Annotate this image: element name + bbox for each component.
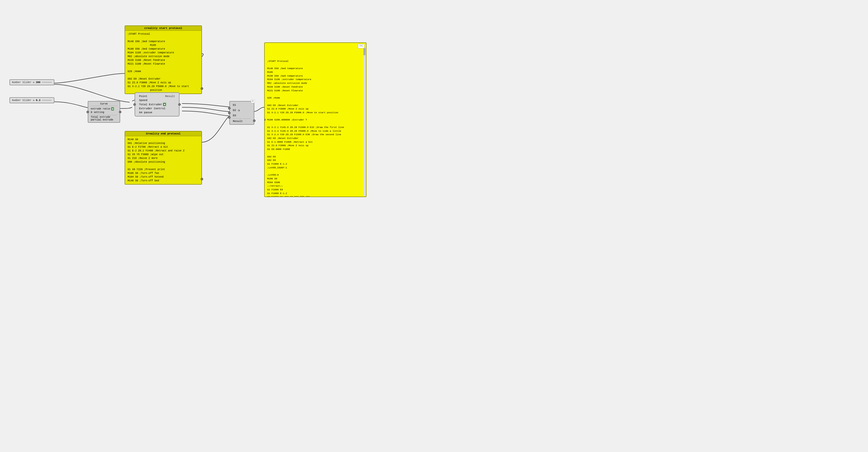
slider1-label: Number Slider	[12, 81, 31, 84]
center-label-point: Point	[139, 95, 147, 98]
merge-zero-badge: 0	[251, 99, 255, 103]
merge-d2-label: D2	[233, 109, 236, 112]
merge-d3-label: D3	[233, 114, 236, 117]
center-label-speed: Speed	[139, 99, 147, 102]
center-row-total-extruder: Total Extruder ▦	[139, 102, 175, 107]
start-protocol-node: creality start protocol ;START Protocal …	[125, 25, 202, 94]
merge-d1-row: D1	[233, 103, 251, 107]
slider2-label: Number Slider	[12, 99, 31, 102]
number-slider-1[interactable]: Number Slider ◇ 200	[9, 79, 54, 85]
merge-result-row: Result	[233, 119, 251, 123]
curve-partial-extrude: partial extrude	[91, 119, 117, 121]
curve-extrude-label: extrude ratio	[91, 108, 110, 110]
slider1-value: 200	[36, 81, 40, 84]
connection-slider2-curve	[54, 102, 92, 109]
result-content: ;START Protocal M140 S50 ;bed temperatur…	[267, 60, 364, 197]
result-scrollbar[interactable]	[364, 48, 366, 196]
end-protocol-header: Creality end protocol	[125, 131, 202, 136]
connection-slider1-center	[54, 84, 130, 102]
result-panel: {0} ;START Protocal M140 S50 ;bed temper…	[264, 42, 367, 197]
result-input-port	[264, 119, 266, 121]
merge-output-port	[253, 119, 255, 122]
end-protocol-node: Creality end protocol M140 S0 G91 ;Relat…	[125, 131, 202, 185]
merge-node: D1 D2 ✈ D3 Result 0	[229, 101, 254, 125]
center-row-point: Point Result	[139, 94, 175, 98]
merge-result-label: Result	[233, 120, 243, 123]
curve-extrude-ratio-row: extrude ratio ▦	[91, 107, 117, 111]
start-protocol-output-port	[201, 87, 203, 90]
connection-wire2	[54, 73, 127, 83]
result-badge: {0}	[358, 44, 365, 49]
connection-center-d3	[182, 111, 232, 116]
curve-input-port	[87, 111, 89, 113]
curve-node-title: Curve	[91, 102, 117, 106]
center-label-extruder-control: Extruder Control	[139, 107, 165, 110]
center-label-total-extruder: Total Extruder	[139, 103, 162, 106]
connection-center-d2	[182, 107, 232, 112]
curve-total-extrude: Total extrude	[91, 116, 117, 119]
connection-center-d1	[182, 103, 232, 107]
slider1-track[interactable]	[42, 82, 52, 83]
merge-input-port-d1	[228, 107, 230, 110]
center-connector-node: Point Result Speed Total Extruder ▦ Extr…	[134, 92, 180, 117]
center-row-extruder-control: Extruder Control	[139, 107, 175, 111]
curve-setting-label: 0 setting	[91, 111, 104, 114]
center-label-g4: G4 pasue	[139, 111, 152, 114]
merge-d1-label: D1	[233, 103, 236, 107]
curve-setting-row: 0 setting	[91, 111, 117, 114]
center-input-port	[133, 103, 136, 106]
canvas: Number Slider ◇ 200 Number Slider ◇ 0.3 …	[0, 0, 868, 452]
number-slider-2[interactable]: Number Slider ◇ 0.3	[9, 97, 54, 103]
connection-end-merge	[202, 115, 232, 142]
start-protocol-header: creality start protocol	[125, 26, 202, 31]
center-right-result: Result	[165, 95, 175, 98]
center-row-speed: Speed	[139, 98, 175, 102]
curve-output-port	[119, 111, 121, 113]
slider2-track[interactable]	[42, 100, 52, 101]
center-row-g4: G4 pasue	[139, 111, 175, 115]
merge-d2-row: D2 ✈	[233, 107, 251, 114]
total-extruder-icon: ▦	[163, 103, 166, 106]
curve-node: Curve extrude ratio ▦ 0 setting Total ex…	[88, 101, 120, 123]
start-protocol-body: ;START Protocal M140 S50 ;bed temperatur…	[125, 31, 202, 94]
merge-d3-row: D3	[233, 114, 251, 118]
slider2-value: 0.3	[36, 99, 40, 102]
slider1-diamond: ◇	[33, 81, 34, 84]
merge-input-port-d2	[228, 112, 230, 114]
connection-curve-center	[120, 107, 132, 109]
merge-input-port-d3	[228, 116, 230, 119]
merge-arrow-icon: ✈	[238, 108, 240, 113]
curve-output-section: Total extrude partial extrude	[91, 115, 117, 121]
end-protocol-body: M140 S0 G91 ;Relative positioning G1 E-2…	[125, 136, 202, 184]
end-protocol-output-port	[201, 178, 203, 180]
slider2-diamond: ◇	[33, 99, 34, 102]
result-scrollbar-thumb[interactable]	[364, 48, 366, 55]
center-output-port	[178, 103, 181, 106]
curve-icon: ▦	[111, 107, 114, 111]
